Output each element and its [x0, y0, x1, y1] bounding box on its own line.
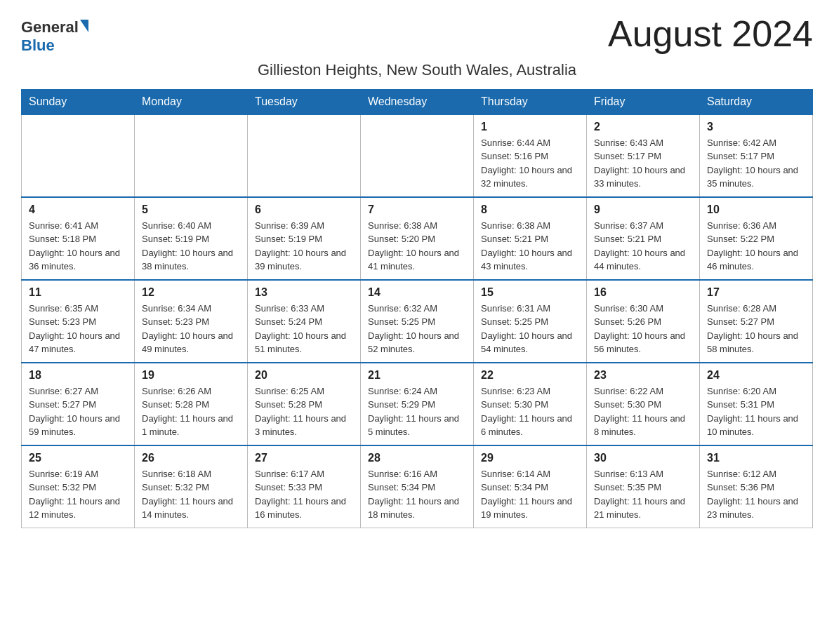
day-info: Sunrise: 6:27 AMSunset: 5:27 PMDaylight:… — [29, 384, 127, 439]
day-info: Sunrise: 6:38 AMSunset: 5:21 PMDaylight:… — [481, 219, 579, 274]
month-title: August 2024 — [608, 14, 813, 54]
calendar-cell: 25Sunrise: 6:19 AMSunset: 5:32 PMDayligh… — [22, 445, 135, 528]
day-number: 28 — [368, 452, 466, 464]
day-info: Sunrise: 6:30 AMSunset: 5:26 PMDaylight:… — [594, 302, 692, 356]
day-number: 31 — [707, 452, 805, 464]
day-info: Sunrise: 6:26 AMSunset: 5:28 PMDaylight:… — [142, 384, 240, 439]
day-number: 7 — [368, 203, 466, 216]
day-info: Sunrise: 6:37 AMSunset: 5:21 PMDaylight:… — [594, 219, 692, 274]
logo-general-text: General — [21, 18, 79, 36]
day-number: 29 — [481, 452, 579, 464]
calendar-cell: 20Sunrise: 6:25 AMSunset: 5:28 PMDayligh… — [248, 363, 361, 445]
calendar-cell: 11Sunrise: 6:35 AMSunset: 5:23 PMDayligh… — [22, 280, 135, 363]
day-info: Sunrise: 6:22 AMSunset: 5:30 PMDaylight:… — [594, 384, 692, 439]
weekday-header-monday: Monday — [135, 89, 248, 114]
calendar-cell: 18Sunrise: 6:27 AMSunset: 5:27 PMDayligh… — [22, 363, 135, 445]
day-info: Sunrise: 6:38 AMSunset: 5:20 PMDaylight:… — [368, 219, 466, 274]
day-info: Sunrise: 6:43 AMSunset: 5:17 PMDaylight:… — [594, 136, 692, 191]
calendar-cell: 30Sunrise: 6:13 AMSunset: 5:35 PMDayligh… — [587, 445, 700, 528]
day-info: Sunrise: 6:14 AMSunset: 5:34 PMDaylight:… — [481, 467, 579, 522]
calendar-body: 1Sunrise: 6:44 AMSunset: 5:16 PMDaylight… — [22, 114, 813, 528]
calendar-cell: 17Sunrise: 6:28 AMSunset: 5:27 PMDayligh… — [700, 280, 813, 363]
week-row-3: 11Sunrise: 6:35 AMSunset: 5:23 PMDayligh… — [22, 280, 813, 363]
weekday-header-thursday: Thursday — [474, 89, 587, 114]
day-number: 6 — [255, 203, 353, 216]
week-row-1: 1Sunrise: 6:44 AMSunset: 5:16 PMDaylight… — [22, 114, 813, 197]
calendar-cell: 3Sunrise: 6:42 AMSunset: 5:17 PMDaylight… — [700, 114, 813, 197]
day-number: 16 — [594, 286, 692, 299]
month-title-block: August 2024 — [608, 14, 813, 54]
calendar-cell: 24Sunrise: 6:20 AMSunset: 5:31 PMDayligh… — [700, 363, 813, 445]
day-info: Sunrise: 6:35 AMSunset: 5:23 PMDaylight:… — [29, 302, 127, 356]
location-subtitle: Gillieston Heights, New South Wales, Aus… — [21, 61, 813, 79]
calendar-cell: 8Sunrise: 6:38 AMSunset: 5:21 PMDaylight… — [474, 197, 587, 280]
calendar-cell: 13Sunrise: 6:33 AMSunset: 5:24 PMDayligh… — [248, 280, 361, 363]
weekday-header-tuesday: Tuesday — [248, 89, 361, 114]
day-number: 14 — [368, 286, 466, 299]
day-number: 13 — [255, 286, 353, 299]
day-info: Sunrise: 6:41 AMSunset: 5:18 PMDaylight:… — [29, 219, 127, 274]
calendar-cell: 2Sunrise: 6:43 AMSunset: 5:17 PMDaylight… — [587, 114, 700, 197]
calendar-cell: 16Sunrise: 6:30 AMSunset: 5:26 PMDayligh… — [587, 280, 700, 363]
calendar-cell: 22Sunrise: 6:23 AMSunset: 5:30 PMDayligh… — [474, 363, 587, 445]
day-info: Sunrise: 6:34 AMSunset: 5:23 PMDaylight:… — [142, 302, 240, 356]
weekday-header-wednesday: Wednesday — [361, 89, 474, 114]
day-number: 19 — [142, 369, 240, 382]
day-number: 18 — [29, 369, 127, 382]
day-number: 25 — [29, 452, 127, 464]
calendar-cell — [135, 114, 248, 197]
week-row-5: 25Sunrise: 6:19 AMSunset: 5:32 PMDayligh… — [22, 445, 813, 528]
day-number: 1 — [481, 121, 579, 133]
day-info: Sunrise: 6:42 AMSunset: 5:17 PMDaylight:… — [707, 136, 805, 191]
calendar-cell: 21Sunrise: 6:24 AMSunset: 5:29 PMDayligh… — [361, 363, 474, 445]
day-number: 11 — [29, 286, 127, 299]
day-number: 9 — [594, 203, 692, 216]
week-row-4: 18Sunrise: 6:27 AMSunset: 5:27 PMDayligh… — [22, 363, 813, 445]
day-number: 5 — [142, 203, 240, 216]
calendar-cell: 31Sunrise: 6:12 AMSunset: 5:36 PMDayligh… — [700, 445, 813, 528]
calendar-cell: 5Sunrise: 6:40 AMSunset: 5:19 PMDaylight… — [135, 197, 248, 280]
day-info: Sunrise: 6:44 AMSunset: 5:16 PMDaylight:… — [481, 136, 579, 191]
day-info: Sunrise: 6:32 AMSunset: 5:25 PMDaylight:… — [368, 302, 466, 356]
day-info: Sunrise: 6:20 AMSunset: 5:31 PMDaylight:… — [707, 384, 805, 439]
weekday-header-row: SundayMondayTuesdayWednesdayThursdayFrid… — [22, 89, 813, 114]
day-info: Sunrise: 6:23 AMSunset: 5:30 PMDaylight:… — [481, 384, 579, 439]
calendar-cell — [22, 114, 135, 197]
day-number: 22 — [481, 369, 579, 382]
day-info: Sunrise: 6:18 AMSunset: 5:32 PMDaylight:… — [142, 467, 240, 522]
logo-triangle-icon — [80, 20, 88, 32]
day-info: Sunrise: 6:36 AMSunset: 5:22 PMDaylight:… — [707, 219, 805, 274]
day-number: 17 — [707, 286, 805, 299]
calendar-cell: 29Sunrise: 6:14 AMSunset: 5:34 PMDayligh… — [474, 445, 587, 528]
weekday-header-sunday: Sunday — [22, 89, 135, 114]
logo-blue-text: Blue — [21, 36, 55, 54]
calendar-cell: 14Sunrise: 6:32 AMSunset: 5:25 PMDayligh… — [361, 280, 474, 363]
calendar-cell: 26Sunrise: 6:18 AMSunset: 5:32 PMDayligh… — [135, 445, 248, 528]
day-number: 8 — [481, 203, 579, 216]
day-number: 12 — [142, 286, 240, 299]
calendar-cell: 7Sunrise: 6:38 AMSunset: 5:20 PMDaylight… — [361, 197, 474, 280]
calendar-cell: 10Sunrise: 6:36 AMSunset: 5:22 PMDayligh… — [700, 197, 813, 280]
calendar-cell: 19Sunrise: 6:26 AMSunset: 5:28 PMDayligh… — [135, 363, 248, 445]
day-number: 23 — [594, 369, 692, 382]
day-number: 4 — [29, 203, 127, 216]
day-info: Sunrise: 6:40 AMSunset: 5:19 PMDaylight:… — [142, 219, 240, 274]
calendar-cell — [361, 114, 474, 197]
day-info: Sunrise: 6:12 AMSunset: 5:36 PMDaylight:… — [707, 467, 805, 522]
day-info: Sunrise: 6:31 AMSunset: 5:25 PMDaylight:… — [481, 302, 579, 356]
calendar-cell: 15Sunrise: 6:31 AMSunset: 5:25 PMDayligh… — [474, 280, 587, 363]
day-number: 20 — [255, 369, 353, 382]
day-info: Sunrise: 6:33 AMSunset: 5:24 PMDaylight:… — [255, 302, 353, 356]
calendar-table: SundayMondayTuesdayWednesdayThursdayFrid… — [21, 89, 813, 528]
calendar-cell: 23Sunrise: 6:22 AMSunset: 5:30 PMDayligh… — [587, 363, 700, 445]
logo: General Blue — [21, 18, 88, 55]
calendar-cell: 27Sunrise: 6:17 AMSunset: 5:33 PMDayligh… — [248, 445, 361, 528]
week-row-2: 4Sunrise: 6:41 AMSunset: 5:18 PMDaylight… — [22, 197, 813, 280]
day-number: 27 — [255, 452, 353, 464]
day-number: 26 — [142, 452, 240, 464]
calendar-cell: 4Sunrise: 6:41 AMSunset: 5:18 PMDaylight… — [22, 197, 135, 280]
page-header: General Blue August 2024 — [21, 14, 813, 55]
day-number: 30 — [594, 452, 692, 464]
day-info: Sunrise: 6:13 AMSunset: 5:35 PMDaylight:… — [594, 467, 692, 522]
day-number: 21 — [368, 369, 466, 382]
